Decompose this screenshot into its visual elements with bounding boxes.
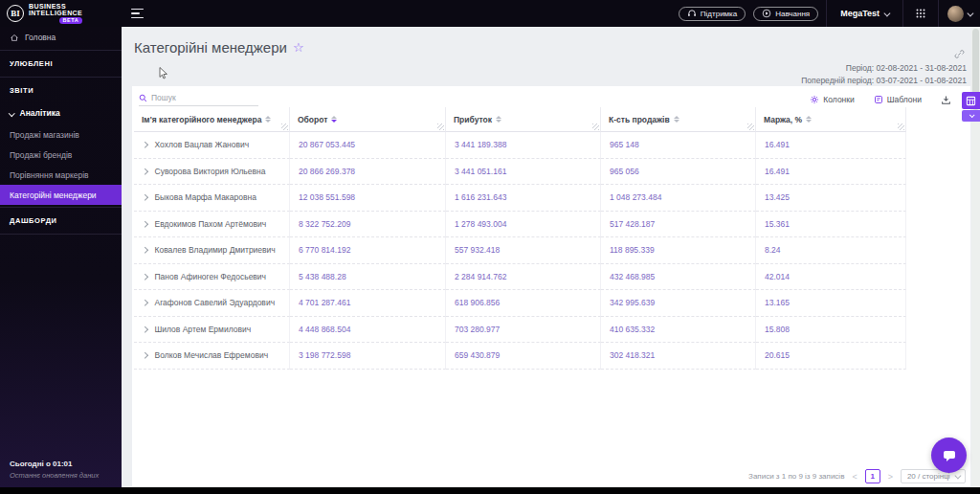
sales-count-value: 965 056 — [601, 159, 756, 186]
columns-button[interactable]: Колонки — [810, 95, 854, 104]
pagination: Записи з 1 по 9 із 9 записів < 1 > 20 / … — [748, 469, 966, 483]
sales-count-value: 1 048 273.484 — [601, 185, 756, 212]
workspace-selector[interactable]: MegaTest — [827, 9, 902, 18]
expand-row-icon[interactable] — [142, 194, 147, 200]
profit-value: 557 932.418 — [446, 237, 601, 264]
sort-icon — [806, 116, 812, 124]
favorite-star-icon[interactable]: ☆ — [293, 40, 304, 55]
sort-icon — [496, 116, 501, 124]
margin-value: 13.165 — [756, 290, 906, 317]
manager-name: Шилов Артем Ермилович — [155, 325, 252, 334]
table-row: Евдокимов Пахом Артёмович 8 322 752.209 … — [134, 212, 906, 238]
report-panel: Колонки Шаблони Ім'я категорійного менед… — [132, 86, 970, 486]
table-row: Агафонов Савелий Эдуардович 4 701 287.46… — [134, 290, 906, 317]
expand-row-icon[interactable] — [142, 326, 147, 332]
profit-value: 618 906.856 — [446, 290, 601, 317]
sidebar-item-brand-sales[interactable]: Продажі брендів — [0, 145, 122, 165]
section-dashboards: ДАШБОРДИ — [0, 210, 122, 232]
app-window: BI BUSINESS INTELLIGENCE BETA Підтримка … — [0, 0, 980, 494]
column-resize-handle[interactable] — [437, 124, 444, 130]
period-label: Період: 02-08-2021 - 31-08-2021 — [801, 62, 967, 74]
column-resize-handle[interactable] — [592, 124, 599, 130]
training-button[interactable]: Навчання — [753, 7, 818, 21]
templates-button[interactable]: Шаблони — [874, 95, 922, 104]
sidebar-item-home[interactable]: Головна — [0, 27, 122, 48]
profit-value: 2 284 914.762 — [446, 264, 601, 291]
table-row: Ковалев Владимир Дмитриевич 6 770 814.19… — [134, 237, 906, 264]
chat-support-button[interactable] — [931, 438, 967, 473]
margin-value: 42.014 — [756, 264, 906, 291]
table-row: Волков Мечислав Ефремович 3 198 772.598 … — [134, 343, 906, 370]
training-label: Навчання — [775, 10, 810, 18]
expand-row-icon[interactable] — [142, 142, 147, 147]
table-row: Хохлов Вацлав Жанович 20 867 053.445 3 4… — [134, 132, 906, 159]
templates-label: Шаблони — [887, 95, 922, 104]
expand-row-icon[interactable] — [142, 247, 147, 253]
sidebar-group-analytics[interactable]: Аналітика — [0, 101, 122, 124]
search-input[interactable] — [151, 93, 247, 102]
update-time: Сьогодні о 01:01 — [10, 460, 99, 468]
sort-icon — [265, 116, 271, 124]
column-header-name[interactable]: Ім'я категорійного менеджера — [134, 107, 290, 132]
margin-value: 16.491 — [756, 159, 906, 186]
sort-desc-icon — [331, 116, 337, 124]
profit-value: 3 441 051.161 — [446, 159, 601, 186]
column-header-sales-count[interactable]: К-сть продажів — [601, 107, 756, 132]
column-header-profit[interactable]: Прибуток — [446, 107, 601, 132]
chevron-down-icon — [9, 110, 14, 116]
user-menu[interactable] — [939, 6, 980, 22]
sidebar-item-label: Головна — [25, 33, 56, 42]
expand-row-icon[interactable] — [142, 221, 147, 227]
next-page-button[interactable]: > — [888, 472, 893, 482]
table-grid-icon — [966, 96, 976, 106]
data-update-info: Сьогодні о 01:01 Останнє оновлення даних — [10, 460, 99, 480]
column-header-margin[interactable]: Маржа, % — [756, 107, 906, 132]
sidebar-collapse-icon[interactable] — [131, 9, 144, 19]
sidebar-item-store-sales[interactable]: Продажі магазинів — [0, 124, 122, 145]
section-reports: ЗВІТИ — [0, 79, 122, 101]
download-icon — [941, 95, 951, 105]
workspace-name: MegaTest — [840, 9, 880, 18]
column-resize-handle[interactable] — [281, 124, 288, 130]
margin-value: 15.361 — [756, 212, 906, 238]
collapse-panel-button[interactable] — [962, 110, 980, 122]
chevron-down-icon — [969, 112, 974, 118]
expand-row-icon[interactable] — [142, 274, 147, 280]
training-icon — [762, 9, 771, 18]
page-title: Категорійні менеджери — [134, 39, 287, 56]
records-summary: Записи з 1 по 9 із 9 записів — [748, 472, 844, 481]
user-avatar — [947, 6, 964, 22]
manager-name: Панов Афиноген Федосьевич — [155, 272, 267, 281]
expand-row-icon[interactable] — [142, 168, 147, 174]
previous-period-label: Попередній період: 03-07-2021 - 01-08-20… — [801, 75, 967, 86]
sales-count-value: 965 148 — [601, 132, 756, 159]
manager-name: Суворова Виктория Юльевна — [155, 167, 266, 176]
column-header-turnover[interactable]: Оборот — [290, 107, 446, 132]
profit-value: 1 616 231.643 — [446, 185, 601, 212]
turnover-value: 8 322 752.209 — [290, 212, 446, 238]
column-resize-handle[interactable] — [747, 124, 754, 130]
logo-line1: BUSINESS — [29, 3, 82, 10]
support-button[interactable]: Підтримка — [679, 7, 746, 21]
sales-count-value: 118 895.339 — [601, 237, 756, 264]
divider — [0, 207, 122, 208]
margin-value: 13.425 — [756, 185, 906, 212]
table-row: Шилов Артем Ермилович 4 448 868.504 703 … — [134, 317, 906, 344]
template-icon — [874, 95, 883, 104]
apps-grid-icon — [915, 8, 926, 19]
apps-grid-button[interactable] — [903, 8, 938, 19]
page-number-button[interactable]: 1 — [865, 469, 880, 483]
prev-page-button[interactable]: < — [852, 472, 857, 482]
table-view-button[interactable] — [962, 92, 980, 109]
group-label: Аналітика — [20, 108, 60, 118]
expand-row-icon[interactable] — [142, 300, 147, 305]
sidebar-item-category-managers[interactable]: Категорійні менеджери — [0, 185, 122, 205]
column-resize-handle[interactable] — [898, 124, 904, 130]
download-button[interactable] — [941, 95, 951, 105]
sidebar-item-marker-comparison[interactable]: Порівняння маркерів — [0, 165, 122, 185]
sales-count-value: 342 995.639 — [601, 290, 756, 317]
expand-row-icon[interactable] — [142, 352, 147, 358]
section-favorites: УЛЮБЛЕНІ — [0, 53, 122, 75]
table-row: Быкова Марфа Макаровна 12 038 551.598 1 … — [134, 185, 906, 212]
profit-value: 703 280.977 — [446, 317, 601, 344]
